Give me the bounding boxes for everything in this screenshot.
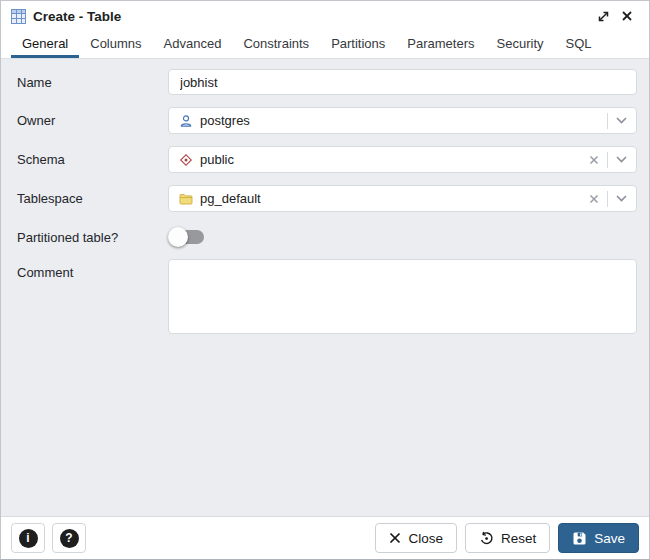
create-table-dialog: Create - Table General Columns Advanced … bbox=[0, 0, 650, 560]
comment-label: Comment bbox=[1, 259, 168, 280]
toggle-knob bbox=[168, 227, 188, 247]
comment-textarea[interactable] bbox=[168, 259, 637, 334]
combo-separator bbox=[607, 191, 608, 207]
partitioned-row: Partitioned table? bbox=[1, 224, 637, 247]
tab-partitions[interactable]: Partitions bbox=[320, 31, 396, 58]
partitioned-label: Partitioned table? bbox=[1, 224, 168, 245]
save-button-label: Save bbox=[594, 531, 625, 546]
reset-arrow-icon bbox=[479, 531, 494, 546]
tab-security[interactable]: Security bbox=[486, 31, 555, 58]
partitioned-toggle[interactable] bbox=[168, 227, 206, 247]
tablespace-label: Tablespace bbox=[1, 185, 168, 206]
owner-label: Owner bbox=[1, 107, 168, 128]
schema-diamond-icon bbox=[179, 153, 193, 167]
folder-icon bbox=[179, 192, 193, 206]
floppy-disk-icon bbox=[572, 531, 587, 546]
schema-value: public bbox=[200, 152, 587, 167]
reset-button[interactable]: Reset bbox=[465, 523, 550, 553]
schema-label: Schema bbox=[1, 146, 168, 167]
name-label: Name bbox=[1, 69, 168, 90]
user-icon bbox=[179, 114, 193, 128]
tablespace-select[interactable]: pg_default bbox=[168, 185, 637, 212]
dialog-title: Create - Table bbox=[33, 9, 121, 24]
name-input[interactable] bbox=[168, 69, 637, 95]
close-button[interactable]: Close bbox=[375, 523, 457, 553]
schema-select[interactable]: public bbox=[168, 146, 637, 173]
help-icon: ? bbox=[60, 529, 79, 548]
owner-row: Owner postgres bbox=[1, 107, 637, 134]
chevron-down-icon[interactable] bbox=[614, 192, 628, 206]
name-row: Name bbox=[1, 69, 637, 95]
dialog-tabbar: General Columns Advanced Constraints Par… bbox=[1, 31, 649, 59]
dialog-footer: i ? Close Reset bbox=[1, 516, 649, 559]
owner-select[interactable]: postgres bbox=[168, 107, 637, 134]
tab-parameters[interactable]: Parameters bbox=[396, 31, 485, 58]
schema-row: Schema public bbox=[1, 146, 637, 173]
info-button[interactable]: i bbox=[11, 523, 45, 553]
tab-columns[interactable]: Columns bbox=[79, 31, 152, 58]
save-button[interactable]: Save bbox=[558, 523, 639, 553]
chevron-down-icon[interactable] bbox=[614, 153, 628, 167]
close-button-label: Close bbox=[408, 531, 443, 546]
close-icon[interactable] bbox=[615, 4, 639, 28]
general-tab-panel: Name Owner postgres bbox=[1, 59, 649, 516]
dialog-titlebar: Create - Table bbox=[1, 1, 649, 31]
owner-value: postgres bbox=[200, 113, 601, 128]
combo-separator bbox=[607, 152, 608, 168]
tablespace-value: pg_default bbox=[200, 191, 587, 206]
table-icon bbox=[11, 9, 26, 24]
tab-sql[interactable]: SQL bbox=[555, 31, 603, 58]
chevron-down-icon[interactable] bbox=[614, 114, 628, 128]
comment-row: Comment bbox=[1, 259, 637, 338]
tab-general[interactable]: General bbox=[11, 31, 79, 58]
x-clear-icon[interactable] bbox=[587, 192, 601, 206]
expand-icon[interactable] bbox=[591, 4, 615, 28]
combo-separator bbox=[607, 113, 608, 129]
help-button[interactable]: ? bbox=[52, 523, 86, 553]
tablespace-row: Tablespace pg_default bbox=[1, 185, 637, 212]
x-icon bbox=[389, 532, 401, 544]
reset-button-label: Reset bbox=[501, 531, 536, 546]
tab-advanced[interactable]: Advanced bbox=[153, 31, 233, 58]
x-clear-icon[interactable] bbox=[587, 153, 601, 167]
tab-constraints[interactable]: Constraints bbox=[232, 31, 320, 58]
info-icon: i bbox=[19, 529, 38, 548]
